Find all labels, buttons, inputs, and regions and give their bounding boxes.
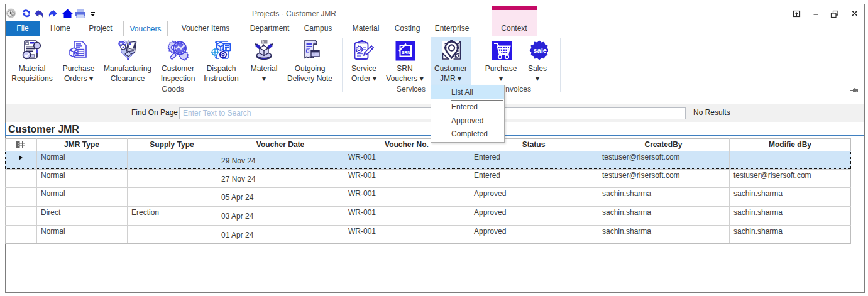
svg-text:sale: sale <box>534 47 547 54</box>
svg-text:SRN: SRN <box>402 50 410 55</box>
